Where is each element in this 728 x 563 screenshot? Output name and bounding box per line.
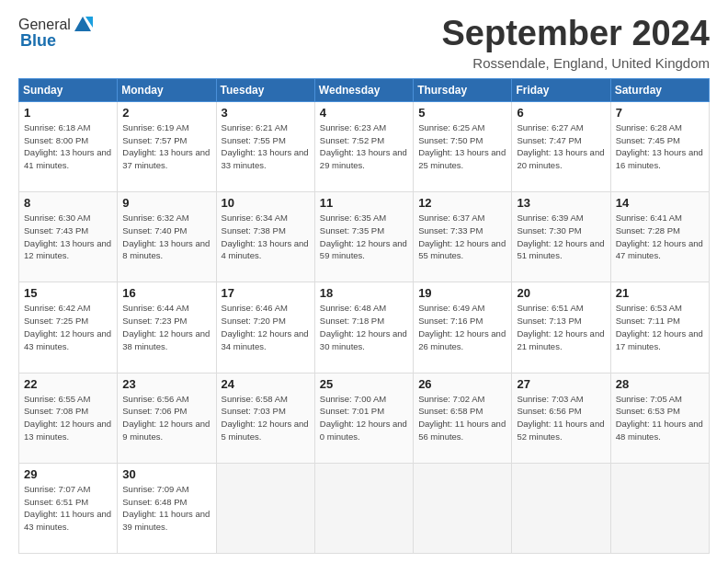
calendar-week-row: 1Sunrise: 6:18 AMSunset: 8:00 PMDaylight… xyxy=(19,101,710,191)
day-info: Sunrise: 7:03 AMSunset: 6:56 PMDaylight:… xyxy=(517,393,605,443)
day-number: 14 xyxy=(616,196,704,210)
day-info: Sunrise: 6:28 AMSunset: 7:45 PMDaylight:… xyxy=(616,121,704,172)
calendar-header-wednesday: Wednesday xyxy=(314,78,413,101)
table-row: 20Sunrise: 6:51 AMSunset: 7:13 PMDayligh… xyxy=(512,282,610,373)
title-block: September 2024 Rossendale, England, Unit… xyxy=(442,15,711,71)
day-info: Sunrise: 6:39 AMSunset: 7:30 PMDaylight:… xyxy=(517,212,605,262)
day-number: 19 xyxy=(418,286,506,300)
day-info: Sunrise: 7:02 AMSunset: 6:58 PMDaylight:… xyxy=(418,393,506,443)
table-row: 2Sunrise: 6:19 AMSunset: 7:57 PMDaylight… xyxy=(118,101,216,191)
table-row: 13Sunrise: 6:39 AMSunset: 7:30 PMDayligh… xyxy=(512,192,610,282)
day-number: 5 xyxy=(418,106,506,120)
day-number: 16 xyxy=(122,286,210,300)
day-info: Sunrise: 6:18 AMSunset: 8:00 PMDaylight:… xyxy=(24,121,112,172)
table-row xyxy=(216,463,314,553)
table-row: 17Sunrise: 6:46 AMSunset: 7:20 PMDayligh… xyxy=(216,282,314,373)
table-row xyxy=(610,463,709,553)
calendar-header-friday: Friday xyxy=(512,78,610,101)
calendar-week-row: 15Sunrise: 6:42 AMSunset: 7:25 PMDayligh… xyxy=(19,282,710,373)
table-row xyxy=(314,463,413,553)
logo-icon xyxy=(73,15,93,35)
day-info: Sunrise: 6:34 AMSunset: 7:38 PMDaylight:… xyxy=(222,212,310,262)
table-row: 28Sunrise: 7:05 AMSunset: 6:53 PMDayligh… xyxy=(610,373,709,463)
day-number: 20 xyxy=(517,286,605,300)
calendar-header-row: SundayMondayTuesdayWednesdayThursdayFrid… xyxy=(19,78,710,101)
day-info: Sunrise: 7:00 AMSunset: 7:01 PMDaylight:… xyxy=(320,393,408,443)
day-info: Sunrise: 6:21 AMSunset: 7:55 PMDaylight:… xyxy=(222,121,310,172)
table-row: 3Sunrise: 6:21 AMSunset: 7:55 PMDaylight… xyxy=(216,101,314,191)
table-row: 23Sunrise: 6:56 AMSunset: 7:06 PMDayligh… xyxy=(118,373,216,463)
day-info: Sunrise: 6:27 AMSunset: 7:47 PMDaylight:… xyxy=(517,121,605,172)
location: Rossendale, England, United Kingdom xyxy=(442,55,711,71)
table-row: 21Sunrise: 6:53 AMSunset: 7:11 PMDayligh… xyxy=(610,282,709,373)
day-info: Sunrise: 7:09 AMSunset: 6:48 PMDaylight:… xyxy=(122,483,210,534)
table-row: 7Sunrise: 6:28 AMSunset: 7:45 PMDaylight… xyxy=(610,101,709,191)
day-info: Sunrise: 6:55 AMSunset: 7:08 PMDaylight:… xyxy=(24,393,112,443)
day-info: Sunrise: 6:42 AMSunset: 7:25 PMDaylight:… xyxy=(24,302,112,352)
day-info: Sunrise: 6:49 AMSunset: 7:16 PMDaylight:… xyxy=(418,302,506,352)
table-row: 30Sunrise: 7:09 AMSunset: 6:48 PMDayligh… xyxy=(118,463,216,553)
month-title: September 2024 xyxy=(442,15,711,53)
day-number: 15 xyxy=(24,286,112,300)
day-number: 13 xyxy=(517,196,605,210)
day-number: 10 xyxy=(222,196,310,210)
day-info: Sunrise: 6:30 AMSunset: 7:43 PMDaylight:… xyxy=(24,212,112,262)
calendar-header-sunday: Sunday xyxy=(19,78,118,101)
day-info: Sunrise: 6:32 AMSunset: 7:40 PMDaylight:… xyxy=(122,212,210,262)
day-info: Sunrise: 6:23 AMSunset: 7:52 PMDaylight:… xyxy=(320,121,408,172)
table-row: 18Sunrise: 6:48 AMSunset: 7:18 PMDayligh… xyxy=(314,282,413,373)
calendar-header-saturday: Saturday xyxy=(610,78,709,101)
day-info: Sunrise: 6:25 AMSunset: 7:50 PMDaylight:… xyxy=(418,121,506,172)
table-row: 15Sunrise: 6:42 AMSunset: 7:25 PMDayligh… xyxy=(19,282,118,373)
calendar-header-thursday: Thursday xyxy=(414,78,512,101)
table-row: 10Sunrise: 6:34 AMSunset: 7:38 PMDayligh… xyxy=(216,192,314,282)
day-info: Sunrise: 6:58 AMSunset: 7:03 PMDaylight:… xyxy=(222,393,310,443)
day-info: Sunrise: 7:07 AMSunset: 6:51 PMDaylight:… xyxy=(24,483,112,534)
calendar-header-monday: Monday xyxy=(118,78,216,101)
header: General Blue September 2024 Rossendale, … xyxy=(18,15,710,71)
day-info: Sunrise: 6:35 AMSunset: 7:35 PMDaylight:… xyxy=(320,212,408,262)
day-number: 23 xyxy=(122,377,210,391)
day-info: Sunrise: 6:46 AMSunset: 7:20 PMDaylight:… xyxy=(222,302,310,352)
day-number: 6 xyxy=(517,106,605,120)
page: General Blue September 2024 Rossendale, … xyxy=(0,0,728,563)
table-row: 19Sunrise: 6:49 AMSunset: 7:16 PMDayligh… xyxy=(414,282,512,373)
day-number: 1 xyxy=(24,106,112,120)
day-info: Sunrise: 7:05 AMSunset: 6:53 PMDaylight:… xyxy=(616,393,704,443)
day-number: 12 xyxy=(418,196,506,210)
table-row: 16Sunrise: 6:44 AMSunset: 7:23 PMDayligh… xyxy=(118,282,216,373)
table-row: 29Sunrise: 7:07 AMSunset: 6:51 PMDayligh… xyxy=(19,463,118,553)
calendar-week-row: 8Sunrise: 6:30 AMSunset: 7:43 PMDaylight… xyxy=(19,192,710,282)
logo: General Blue xyxy=(18,15,93,51)
day-info: Sunrise: 6:53 AMSunset: 7:11 PMDaylight:… xyxy=(616,302,704,352)
day-number: 7 xyxy=(616,106,704,120)
table-row: 24Sunrise: 6:58 AMSunset: 7:03 PMDayligh… xyxy=(216,373,314,463)
day-number: 17 xyxy=(222,286,310,300)
day-number: 28 xyxy=(616,377,704,391)
day-info: Sunrise: 6:37 AMSunset: 7:33 PMDaylight:… xyxy=(418,212,506,262)
day-info: Sunrise: 6:51 AMSunset: 7:13 PMDaylight:… xyxy=(517,302,605,352)
table-row: 5Sunrise: 6:25 AMSunset: 7:50 PMDaylight… xyxy=(414,101,512,191)
day-number: 21 xyxy=(616,286,704,300)
day-number: 24 xyxy=(222,377,310,391)
table-row: 6Sunrise: 6:27 AMSunset: 7:47 PMDaylight… xyxy=(512,101,610,191)
table-row: 11Sunrise: 6:35 AMSunset: 7:35 PMDayligh… xyxy=(314,192,413,282)
day-number: 25 xyxy=(320,377,408,391)
day-number: 3 xyxy=(222,106,310,120)
day-number: 27 xyxy=(517,377,605,391)
logo-text-blue: Blue xyxy=(20,31,56,51)
day-info: Sunrise: 6:19 AMSunset: 7:57 PMDaylight:… xyxy=(122,121,210,172)
day-number: 22 xyxy=(24,377,112,391)
day-info: Sunrise: 6:56 AMSunset: 7:06 PMDaylight:… xyxy=(122,393,210,443)
day-info: Sunrise: 6:44 AMSunset: 7:23 PMDaylight:… xyxy=(122,302,210,352)
day-number: 4 xyxy=(320,106,408,120)
table-row: 14Sunrise: 6:41 AMSunset: 7:28 PMDayligh… xyxy=(610,192,709,282)
table-row: 12Sunrise: 6:37 AMSunset: 7:33 PMDayligh… xyxy=(414,192,512,282)
calendar-header-tuesday: Tuesday xyxy=(216,78,314,101)
day-number: 8 xyxy=(24,196,112,210)
day-number: 11 xyxy=(320,196,408,210)
table-row: 9Sunrise: 6:32 AMSunset: 7:40 PMDaylight… xyxy=(118,192,216,282)
table-row xyxy=(414,463,512,553)
calendar-week-row: 29Sunrise: 7:07 AMSunset: 6:51 PMDayligh… xyxy=(19,463,710,553)
table-row: 8Sunrise: 6:30 AMSunset: 7:43 PMDaylight… xyxy=(19,192,118,282)
